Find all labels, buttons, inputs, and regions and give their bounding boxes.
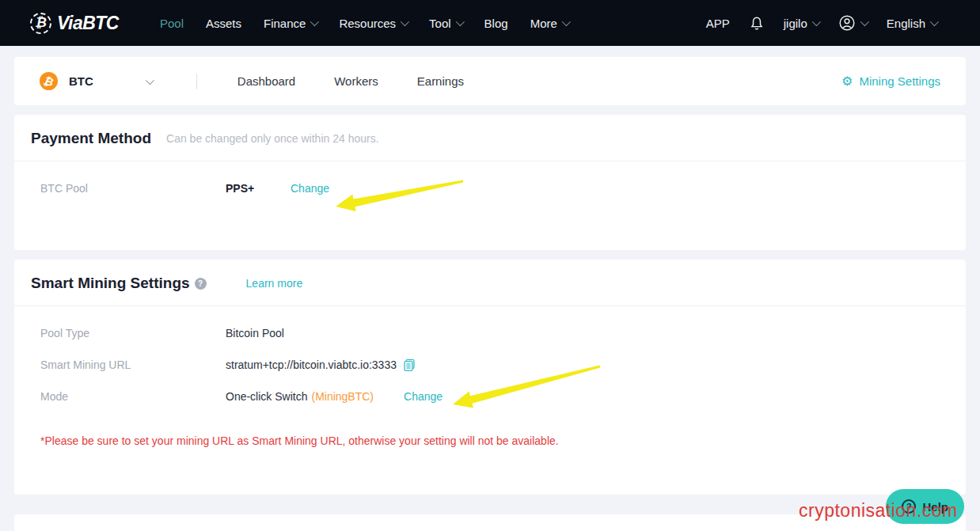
tab-workers[interactable]: Workers xyxy=(334,74,378,88)
account-menu[interactable] xyxy=(838,14,867,32)
tab-earnings[interactable]: Earnings xyxy=(417,74,464,88)
smart-mining-url-value: stratum+tcp://bitcoin.viabtc.io:3333 xyxy=(226,358,397,371)
payment-method-note: Can be changed only once within 24 hours… xyxy=(166,132,379,145)
payment-method-title: Payment Method xyxy=(31,130,151,147)
payment-method-section: Payment Method Can be changed only once … xyxy=(14,115,966,250)
pool-type-row: Pool Type Bitcoin Pool xyxy=(40,317,940,349)
smart-mining-header: Smart Mining Settings ? Learn more xyxy=(14,260,966,306)
nav-item-more[interactable]: More xyxy=(530,17,568,30)
nav-item-blog[interactable]: Blog xyxy=(484,17,508,30)
watermark-text: cryptonisation.com xyxy=(799,500,958,522)
help-question-icon[interactable]: ? xyxy=(195,278,207,290)
smart-mining-body: Pool Type Bitcoin Pool Smart Mining URL … xyxy=(14,306,966,495)
gear-icon: ⚙ xyxy=(841,75,853,88)
nav-item-resources[interactable]: Resources xyxy=(339,17,407,30)
smart-mining-section: Smart Mining Settings ? Learn more Pool … xyxy=(14,260,966,495)
top-navbar: ₿ ViaBTC Pool Assets Finance Resources T… xyxy=(0,0,980,46)
viabtc-logo-icon: ₿ xyxy=(30,13,51,34)
nav-item-tool[interactable]: Tool xyxy=(429,17,462,30)
chevron-down-icon xyxy=(930,17,939,26)
payment-change-link[interactable]: Change xyxy=(291,182,329,195)
coin-label: BTC xyxy=(69,74,93,88)
payment-method-header: Payment Method Can be changed only once … xyxy=(14,115,966,161)
smart-mining-title: Smart Mining Settings xyxy=(31,275,190,292)
username-label: jigilo xyxy=(784,17,807,30)
nav-item-assets[interactable]: Assets xyxy=(206,17,241,30)
tab-dashboard[interactable]: Dashboard xyxy=(237,74,295,88)
mining-settings-button[interactable]: ⚙ Mining Settings xyxy=(841,74,940,88)
navbar-right: APP jigilo English xyxy=(706,14,936,32)
nav-item-finance[interactable]: Finance xyxy=(264,17,317,30)
nav-item-pool[interactable]: Pool xyxy=(160,17,184,30)
user-menu[interactable]: jigilo xyxy=(784,17,819,30)
language-label: English xyxy=(887,17,925,30)
mode-row: Mode One-click Switch (MiningBTC) Change xyxy=(40,381,940,412)
payment-method-body: BTC Pool PPS+ Change xyxy=(14,161,966,250)
chevron-down-icon xyxy=(146,75,154,84)
chevron-down-icon xyxy=(401,17,409,26)
smart-mining-warning: *Please be sure to set your mining URL a… xyxy=(40,412,940,495)
copy-icon[interactable] xyxy=(403,358,416,372)
mode-value: One-click Switch xyxy=(226,390,307,403)
pool-type-value: Bitcoin Pool xyxy=(226,327,284,339)
pool-subnav: ₿ BTC Dashboard Workers Earnings ⚙ Minin… xyxy=(14,57,966,105)
btc-pool-label: BTC Pool xyxy=(40,182,226,195)
app-link[interactable]: APP xyxy=(706,17,730,30)
coin-selector[interactable]: ₿ BTC xyxy=(40,72,152,90)
btc-pool-row: BTC Pool PPS+ Change xyxy=(40,173,940,204)
avatar-icon xyxy=(838,14,856,32)
chevron-down-icon xyxy=(455,17,464,26)
main-nav: Pool Assets Finance Resources Tool Blog … xyxy=(160,17,568,30)
mode-change-link[interactable]: Change xyxy=(404,390,443,403)
chevron-down-icon xyxy=(562,17,571,26)
bitcoin-icon: ₿ xyxy=(40,72,58,90)
viabtc-logo-text: ViaBTC xyxy=(57,13,119,34)
mining-settings-label: Mining Settings xyxy=(859,74,940,88)
divider xyxy=(196,74,197,89)
chevron-down-icon xyxy=(812,17,821,26)
language-selector[interactable]: English xyxy=(887,17,936,30)
learn-more-link[interactable]: Learn more xyxy=(246,277,303,290)
pool-type-label: Pool Type xyxy=(40,327,226,339)
notification-bell-icon[interactable] xyxy=(750,16,764,31)
mode-label: Mode xyxy=(40,390,226,403)
subnav-tabs: Dashboard Workers Earnings xyxy=(237,74,464,88)
chevron-down-icon xyxy=(310,17,319,26)
viabtc-logo[interactable]: ₿ ViaBTC xyxy=(30,13,119,34)
smart-mining-url-row: Smart Mining URL stratum+tcp://bitcoin.v… xyxy=(40,349,940,381)
chevron-down-icon xyxy=(860,17,869,26)
mode-value-accent: (MiningBTC) xyxy=(311,390,374,403)
smart-mining-url-label: Smart Mining URL xyxy=(40,358,226,371)
payment-method-value: PPS+ xyxy=(226,182,291,195)
bell-icon xyxy=(750,16,764,31)
